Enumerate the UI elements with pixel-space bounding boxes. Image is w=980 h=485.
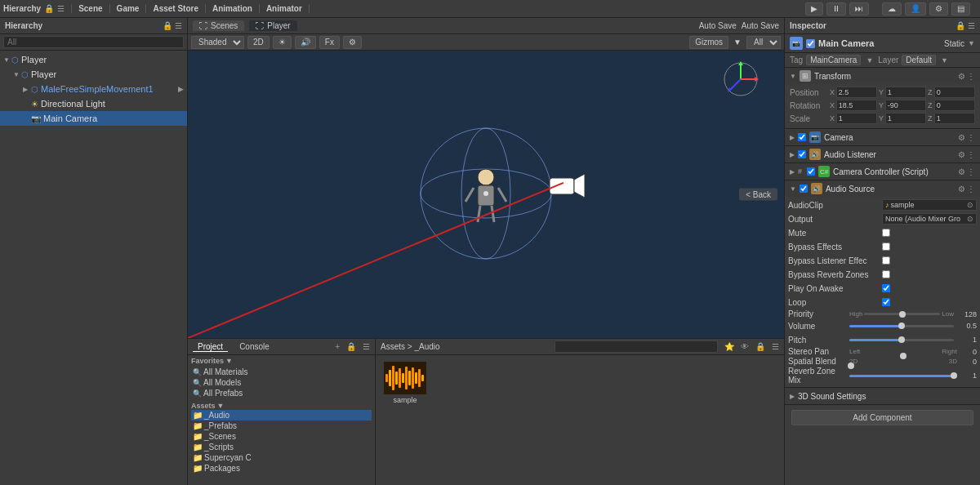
sc-x-input[interactable]: [836, 113, 877, 124]
all-materials-item[interactable]: 🔍 All Materials: [191, 367, 372, 377]
audio-toggle[interactable]: 🔊: [295, 36, 316, 49]
loop-checkbox[interactable]: [882, 298, 890, 306]
as-checkbox[interactable]: [800, 185, 808, 193]
tree-item-player-root[interactable]: ▼ ⬡ Player: [0, 52, 187, 67]
scene-settings[interactable]: ⚙: [343, 36, 362, 49]
object-active-checkbox[interactable]: [806, 39, 815, 48]
audio-folder[interactable]: 📁 _Audio: [191, 410, 372, 420]
tree-item-player-child[interactable]: ▼ ⬡ Player: [0, 67, 187, 82]
tag-value[interactable]: MainCamera: [806, 55, 861, 65]
cc-header[interactable]: ▶ # C# Camera Controller (Script) ⚙ ⋮: [785, 163, 980, 180]
bypass-effects-checkbox[interactable]: [882, 242, 890, 251]
as-settings-btn[interactable]: ⚙: [958, 185, 965, 194]
rot-z-input[interactable]: [934, 100, 975, 111]
cc-checkbox[interactable]: [807, 167, 815, 176]
as-menu-btn[interactable]: ⋮: [967, 185, 975, 194]
cc-menu-btn[interactable]: ⋮: [967, 167, 975, 176]
scripts-folder[interactable]: 📁 _Scripts: [191, 442, 372, 452]
light-toggle[interactable]: ☀: [273, 36, 292, 49]
volume-track[interactable]: [849, 325, 954, 327]
all-models-item[interactable]: 🔍 All Models: [191, 377, 372, 388]
shaded-dropdown[interactable]: Shaded: [191, 36, 244, 49]
reverb-track[interactable]: [849, 375, 954, 377]
add-btn[interactable]: +: [335, 342, 340, 351]
add-component-btn[interactable]: Add Component: [791, 410, 973, 425]
layer-value[interactable]: Default: [902, 55, 936, 65]
pos-x-input[interactable]: [836, 87, 877, 98]
hierarchy-lock-icon[interactable]: 🔒: [163, 21, 172, 30]
camera-settings-btn[interactable]: ⚙: [958, 133, 965, 142]
sc-z-input[interactable]: [934, 113, 975, 124]
pos-y-input[interactable]: [885, 87, 926, 98]
layout-btn[interactable]: ▤: [951, 2, 970, 16]
pitch-track[interactable]: [849, 339, 954, 341]
bottom-lock-btn[interactable]: 🔒: [346, 342, 356, 351]
bottom-menu2-btn[interactable]: ☰: [772, 342, 779, 351]
hierarchy-header: Hierarchy 🔒 ☰: [0, 18, 187, 34]
rot-y-input[interactable]: [885, 100, 926, 111]
project-tab[interactable]: Project: [193, 342, 228, 352]
camera-checkbox[interactable]: [798, 133, 806, 141]
static-dropdown[interactable]: ▼: [968, 39, 975, 47]
packages-folder[interactable]: 📁 Packages: [191, 463, 372, 474]
collab-btn[interactable]: ☁: [882, 2, 902, 16]
audioclip-value[interactable]: ♪ sample ⊙: [882, 199, 977, 211]
play-on-awake-checkbox[interactable]: [882, 284, 890, 292]
sample-asset[interactable]: sample: [381, 360, 430, 406]
sound-settings-header[interactable]: ▶ 3D Sound Settings: [785, 388, 980, 404]
supercyan-folder[interactable]: 📁 Supercyan C: [191, 452, 372, 463]
bottom-lock2-btn[interactable]: 🔒: [755, 342, 765, 351]
tree-item-movement[interactable]: ▶ ⬡ MaleFreeSimpleMovement1 ▶: [0, 82, 187, 96]
gizmos-btn[interactable]: Gizmos: [689, 36, 728, 49]
console-tab[interactable]: Console: [234, 342, 274, 351]
bypass-reverb-checkbox[interactable]: [882, 270, 890, 278]
hierarchy-lock-btn[interactable]: 🔒: [44, 4, 54, 13]
hierarchy-menu-btn[interactable]: ☰: [57, 4, 65, 13]
tree-item-maincamera[interactable]: 📷 Main Camera: [0, 111, 187, 126]
transform-menu-btn[interactable]: ⋮: [967, 72, 975, 81]
scene-tab-player[interactable]: ⛶ Player: [249, 20, 296, 31]
scenes-folder[interactable]: 📁 _Scenes: [191, 431, 372, 442]
camera-header[interactable]: ▶ 📷 Camera ⚙ ⋮: [785, 129, 980, 145]
hierarchy-search-input[interactable]: [3, 36, 184, 48]
bypass-listener-checkbox[interactable]: [882, 256, 890, 265]
output-select-btn[interactable]: ⊙: [967, 215, 973, 223]
play-btn[interactable]: ▶: [805, 2, 823, 16]
as-header[interactable]: ▼ 🔊 Audio Source ⚙ ⋮: [785, 180, 980, 197]
pos-z-input[interactable]: [934, 87, 975, 98]
al-checkbox[interactable]: [798, 150, 806, 158]
audioclip-select-btn[interactable]: ⊙: [967, 201, 973, 209]
hierarchy-menu-icon[interactable]: ☰: [175, 21, 182, 30]
sc-y-input[interactable]: [885, 113, 926, 124]
transform-settings-btn[interactable]: ⚙: [958, 72, 965, 81]
account-btn[interactable]: 👤: [905, 2, 926, 16]
priority-track[interactable]: [864, 313, 940, 315]
bottom-favorite-btn[interactable]: ⭐: [724, 342, 734, 351]
scene-tab-scenes[interactable]: ⛶ Scenes: [193, 20, 244, 31]
audio-listener-header[interactable]: ▶ 🔊 Audio Listener ⚙ ⋮: [785, 146, 980, 162]
al-settings-btn[interactable]: ⚙: [958, 150, 965, 159]
inspector-lock-btn[interactable]: 🔒: [956, 21, 965, 30]
svg-line-14: [478, 206, 480, 222]
bottom-menu-btn[interactable]: ☰: [363, 342, 370, 351]
tree-item-dirlight[interactable]: ☀ Directional Light: [0, 96, 187, 111]
all-prefabs-item[interactable]: 🔍 All Prefabs: [191, 388, 372, 398]
transform-header[interactable]: ▼ ⊞ Transform ⚙ ⋮: [785, 68, 980, 84]
fx-toggle[interactable]: Fx: [319, 36, 340, 49]
bottom-search-input[interactable]: [555, 340, 718, 353]
al-menu-btn[interactable]: ⋮: [967, 150, 975, 159]
step-btn[interactable]: ⏭: [849, 2, 869, 16]
back-button[interactable]: < Back: [739, 189, 777, 201]
cc-settings-btn[interactable]: ⚙: [958, 167, 965, 176]
mute-checkbox[interactable]: [882, 229, 890, 237]
rot-x-input[interactable]: [836, 100, 877, 111]
camera-menu-btn[interactable]: ⋮: [967, 133, 975, 142]
prefabs-folder[interactable]: 📁 _Prefabs: [191, 420, 372, 431]
layers-btn[interactable]: ⚙: [929, 2, 948, 16]
inspector-menu-btn[interactable]: ☰: [968, 21, 975, 30]
all-dropdown[interactable]: All: [746, 36, 781, 49]
bottom-eye-btn[interactable]: 👁: [741, 342, 749, 351]
pause-btn[interactable]: ⏸: [826, 2, 846, 16]
output-value[interactable]: None (Audio Mixer Gro ⊙: [882, 213, 977, 225]
2d-btn[interactable]: 2D: [247, 36, 270, 49]
